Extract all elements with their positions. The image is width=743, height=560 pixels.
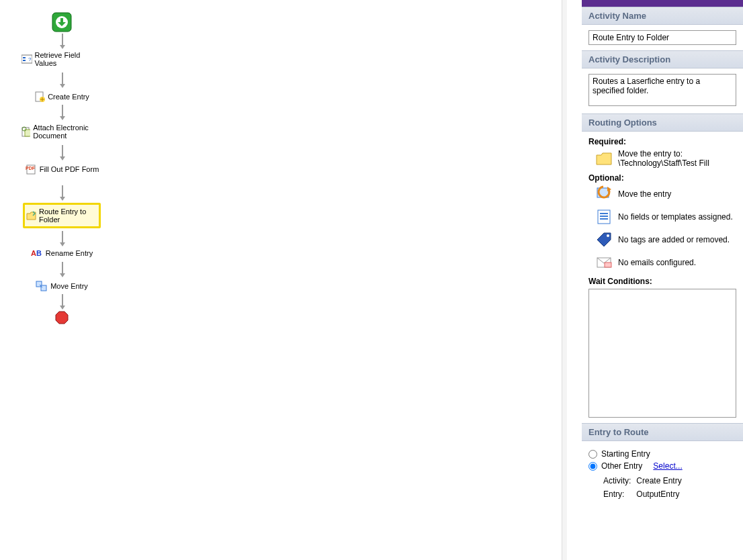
other-entry-details: Activity:Create Entry Entry:OutputEntry (602, 473, 683, 502)
wait-conditions-label: Wait Conditions: (588, 277, 736, 286)
rename-entry-node[interactable]: AB Rename Entry (21, 248, 102, 258)
option-emails-label: No emails configured. (618, 258, 696, 267)
node-label: Rename Entry (46, 249, 93, 257)
panel-divider[interactable] (562, 0, 567, 560)
node-label: Retrieve Field Values (35, 51, 103, 67)
entry-to-route-header: Entry to Route (582, 423, 743, 441)
form-icon: ? (21, 54, 32, 64)
routing-options-header: Routing Options (582, 113, 743, 132)
option-emails[interactable]: No emails configured. (595, 254, 736, 271)
option-tags[interactable]: No tags are added or removed. (595, 231, 736, 248)
optional-label: Optional: (588, 173, 736, 183)
required-destination[interactable]: Move the entry to: \Technology\Staff\Tes… (595, 149, 736, 168)
svg-rect-15 (41, 285, 46, 291)
stop-icon (54, 310, 69, 325)
node-label: Move Entry (50, 282, 88, 290)
option-move[interactable]: Move the entry (595, 185, 736, 203)
activity-name-input[interactable] (588, 30, 736, 45)
retrieve-field-values-node[interactable]: ? Retrieve Field Values (21, 51, 102, 67)
move-entry-node[interactable]: Move Entry (21, 281, 102, 291)
document-new-icon (34, 91, 45, 102)
arrow (62, 231, 63, 243)
svg-rect-4 (23, 60, 26, 61)
svg-rect-20 (600, 213, 608, 214)
starting-entry-label: Starting Entry (601, 449, 650, 459)
kv-entry-value: OutputEntry (636, 488, 681, 500)
svg-text:AB: AB (31, 249, 42, 257)
starting-entry-radio-row[interactable]: Starting Entry (588, 449, 736, 459)
folder-route-icon (26, 210, 36, 221)
starting-entry-radio[interactable] (588, 450, 597, 459)
rename-icon: AB (31, 248, 43, 258)
move-icon (36, 281, 48, 291)
route-entry-node-selected[interactable]: Route Entry to Folder (23, 203, 101, 228)
arrow (62, 34, 63, 46)
svg-text:?: ? (28, 56, 32, 62)
option-fields[interactable]: No fields or templates assigned. (595, 208, 736, 226)
select-entry-link[interactable]: Select... (653, 461, 682, 471)
svg-text:PDF: PDF (26, 166, 36, 171)
kv-entry-label: Entry: (603, 488, 635, 500)
activity-name-header: Activity Name (582, 7, 743, 25)
node-label: Create Entry (48, 93, 89, 101)
attach-icon (21, 126, 30, 137)
svg-rect-21 (600, 216, 608, 217)
required-line2: \Technology\Staff\Test Fill (618, 158, 709, 168)
properties-panel: Activity Name Activity Description Routi… (582, 0, 743, 560)
start-icon (52, 12, 72, 32)
arrow (62, 73, 63, 85)
option-move-label: Move the entry (618, 189, 671, 199)
svg-rect-3 (23, 57, 26, 58)
activity-description-header: Activity Description (582, 50, 743, 68)
wait-conditions-box[interactable] (588, 289, 736, 418)
panel-title-bar (582, 0, 743, 7)
node-label: Attach Electronic Document (33, 124, 109, 140)
svg-marker-16 (56, 312, 68, 324)
option-tags-label: No tags are added or removed. (618, 235, 730, 244)
end-node[interactable] (21, 310, 102, 326)
arrow (62, 262, 63, 274)
folder-icon (595, 150, 613, 167)
arrow (62, 294, 63, 306)
workflow-canvas[interactable]: ? Retrieve Field Values Create Entry Att… (0, 0, 562, 560)
required-line1: Move the entry to: (618, 149, 709, 158)
node-label: Route Entry to Folder (39, 207, 97, 224)
arrow (62, 185, 63, 197)
attach-document-node[interactable]: Attach Electronic Document (21, 124, 109, 140)
start-node[interactable] (21, 12, 102, 34)
move-refresh-icon (595, 185, 613, 203)
kv-activity-value: Create Entry (636, 475, 681, 487)
arrow (62, 145, 63, 157)
other-entry-radio[interactable] (588, 462, 597, 471)
kv-activity-label: Activity: (603, 475, 635, 487)
node-label: Fill Out PDF Form (40, 165, 99, 173)
pdf-icon: PDF (25, 164, 37, 175)
activity-description-input[interactable] (588, 74, 736, 106)
svg-rect-25 (605, 263, 611, 267)
option-fields-label: No fields or templates assigned. (618, 212, 733, 222)
other-entry-radio-row[interactable]: Other Entry Select... (588, 461, 736, 471)
svg-point-23 (607, 234, 609, 237)
template-icon (595, 208, 613, 226)
svg-rect-22 (600, 218, 608, 220)
email-icon (595, 254, 613, 271)
other-entry-label: Other Entry (601, 461, 642, 471)
fill-pdf-node[interactable]: PDF Fill Out PDF Form (21, 164, 102, 175)
required-label: Required: (588, 137, 736, 146)
arrow (62, 105, 63, 117)
create-entry-node[interactable]: Create Entry (21, 91, 102, 102)
tag-icon (595, 231, 613, 248)
